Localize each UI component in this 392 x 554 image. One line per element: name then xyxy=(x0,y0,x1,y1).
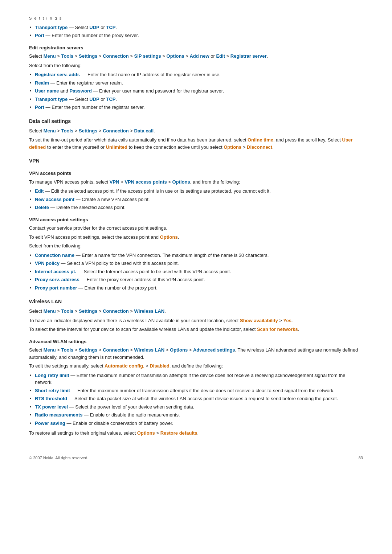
tcp-link2: TCP xyxy=(106,97,116,102)
options-link1: Options xyxy=(167,53,184,59)
edit-link: Edit xyxy=(216,53,225,59)
connection-link1: Connection xyxy=(103,53,129,59)
vpn-policy-item: VPN policy — Select a VPN policy to be u… xyxy=(29,260,363,267)
vpn-link: VPN xyxy=(110,179,119,185)
advanced-wlan-heading: Advanced WLAN settings xyxy=(29,338,363,345)
vpn-delete-link: Delete xyxy=(35,205,49,210)
unlimited-link: Unlimited xyxy=(106,144,127,150)
transport-type-link: Transport type xyxy=(35,25,68,30)
wireless-lan-heading: Wireless LAN xyxy=(29,298,363,305)
edit-reg-heading: Edit registration servers xyxy=(29,44,363,52)
tcp-link: TCP xyxy=(106,25,116,30)
proxy-port-link: Proxy port number xyxy=(35,285,77,291)
wireless-lan-link: Wireless LAN xyxy=(134,308,165,314)
restore-defaults-p: To restore all settings to their origina… xyxy=(29,430,363,437)
menu-link4: Menu xyxy=(44,347,56,353)
connection-link4: Connection xyxy=(103,347,129,353)
vpn-policy-link: VPN policy xyxy=(35,260,60,266)
connection-name-item: Connection name — Enter a name for the V… xyxy=(29,252,363,259)
copyright: © 2007 Nokia. All rights reserved. xyxy=(29,455,88,461)
proxy-addr-item: Proxy serv. address — Enter the proxy se… xyxy=(29,276,363,283)
power-saving-item: Power saving — Enable or disable conserv… xyxy=(29,420,363,427)
rts-threshold-item: RTS threshold — Select the data packet s… xyxy=(29,395,363,402)
tools-link1: Tools xyxy=(61,53,74,59)
username-password-item: User name and Password — Enter your user… xyxy=(29,87,363,95)
port-item: Port — Enter the port number of the prox… xyxy=(29,32,363,39)
internet-access-item: Internet access pt. — Select the Interne… xyxy=(29,268,363,275)
udp-link2: UDP xyxy=(89,97,99,102)
short-retry-item: Short retry limit — Enter the maximum nu… xyxy=(29,387,363,394)
vpn-ap-settings-p1: Contact your service provider for the co… xyxy=(29,225,363,232)
vpn-ap-settings-list: Connection name — Enter a name for the V… xyxy=(29,252,363,292)
power-saving-link: Power saving xyxy=(35,420,65,426)
transport-type-item: Transport type — Select UDP or TCP. xyxy=(29,24,363,31)
vpn-ap-intro: To manage VPN access points, select VPN … xyxy=(29,178,363,186)
short-retry-link: Short retry limit xyxy=(35,388,70,393)
menu-link1: Menu xyxy=(44,53,56,59)
settings-link2: Settings xyxy=(79,128,97,134)
registrar-addr-link: Registrar serv. addr. xyxy=(35,72,80,77)
scan-for-networks-link: Scan for networks xyxy=(257,327,298,332)
settings-link3: Settings xyxy=(79,308,97,314)
radio-measurements-link: Radio measurements xyxy=(35,412,83,418)
vpn-ap-list: Edit — Edit the selected access point. I… xyxy=(29,188,363,211)
disconnect-link: Disconnect xyxy=(247,144,272,150)
port-link: Port xyxy=(35,33,44,38)
data-call-nav: Select Menu > Tools > Settings > Connect… xyxy=(29,127,363,135)
options-link3: Options xyxy=(172,179,190,185)
edit-reg-section: Edit registration servers Select Menu > … xyxy=(29,44,363,111)
vpn-access-points-link: VPN access points xyxy=(124,179,167,185)
page-header: S e t t i n g s xyxy=(29,15,363,22)
vpn-edit-item: Edit — Edit the selected access point. I… xyxy=(29,188,363,195)
menu-link2: Menu xyxy=(44,128,56,134)
udp-link: UDP xyxy=(89,25,99,30)
tx-power-item: TX power level — Select the power level … xyxy=(29,403,363,411)
advanced-wlan-p2: To edit the settings manually, select Au… xyxy=(29,362,363,370)
options-link2: Options xyxy=(224,144,241,150)
online-time-link: Online time xyxy=(248,137,273,143)
registrar-addr-item: Registrar serv. addr. — Enter the host n… xyxy=(29,71,363,78)
wlan-p2: To select the time interval for your dev… xyxy=(29,326,363,333)
registrar-server-link: Registrar server xyxy=(230,53,267,59)
vpn-access-points-heading: VPN access points xyxy=(29,170,363,177)
transport-intro-list: Transport type — Select UDP or TCP. Port… xyxy=(29,24,363,39)
realm-link: Realm xyxy=(35,80,49,86)
automatic-config-link: Automatic config. xyxy=(105,363,144,369)
edit-reg-nav: Select Menu > Tools > Settings > Connect… xyxy=(29,53,363,60)
show-availability-link: Show availability xyxy=(240,318,278,323)
options-link5: Options xyxy=(170,347,188,353)
data-call-section: Data call settings Select Menu > Tools >… xyxy=(29,118,363,151)
vpn-edit-link: Edit xyxy=(35,188,44,194)
proxy-addr-link: Proxy serv. address xyxy=(35,277,79,282)
connection-name-link: Connection name xyxy=(35,253,74,258)
wireless-lan-link2: Wireless LAN xyxy=(134,347,165,353)
tx-power-link: TX power level xyxy=(35,404,68,410)
edit-reg-intro: Select from the following: xyxy=(29,62,363,69)
vpn-ap-settings-p2: To edit VPN access point settings, selec… xyxy=(29,234,363,241)
sip-settings-link: SIP settings xyxy=(134,53,161,59)
username-link: User name xyxy=(35,88,59,94)
add-new-link: Add new xyxy=(189,53,209,59)
page-footer: © 2007 Nokia. All rights reserved. 83 xyxy=(29,451,363,461)
rts-threshold-link: RTS threshold xyxy=(35,396,67,401)
tools-link3: Tools xyxy=(61,308,74,314)
yes-link: Yes xyxy=(283,318,291,323)
radio-measurements-item: Radio measurements — Enable or disable t… xyxy=(29,411,363,419)
transport-type-item2: Transport type — Select UDP or TCP. xyxy=(29,96,363,103)
data-call-body: To set the time-out period after which d… xyxy=(29,136,363,151)
data-call-heading: Data call settings xyxy=(29,118,363,125)
vpn-new-link: New access point xyxy=(35,197,74,202)
edit-reg-list: Registrar serv. addr. — Enter the host n… xyxy=(29,71,363,111)
settings-title: S e t t i n g s xyxy=(29,16,62,20)
advanced-settings-link: Advanced settings xyxy=(193,347,235,353)
restore-defaults-link: Restore defaults xyxy=(160,430,197,436)
long-retry-item: Long retry limit — Enter the maximum num… xyxy=(29,372,363,386)
connection-link3: Connection xyxy=(103,308,129,314)
options-link4: Options xyxy=(160,234,178,240)
options-link6: Options xyxy=(137,430,155,436)
vpn-heading: VPN xyxy=(29,157,363,165)
tools-link2: Tools xyxy=(61,128,74,134)
data-call-link: Data call xyxy=(134,128,154,134)
wireless-lan-nav: Select Menu > Tools > Settings > Connect… xyxy=(29,308,363,315)
menu-link3: Menu xyxy=(44,308,56,314)
